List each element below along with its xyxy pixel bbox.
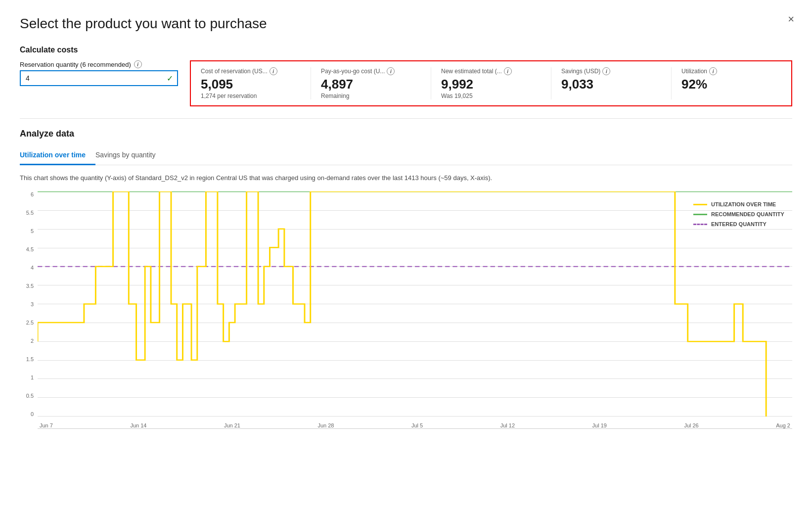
input-label: Reservation quantity (6 recommended) i — [20, 60, 178, 68]
metric-label: Savings (USD) i — [561, 67, 661, 75]
metrics-box: Cost of reservation (US... i 5,095 1,274… — [190, 60, 792, 106]
legend-line-utilization — [693, 204, 707, 205]
x-label: Jul 12 — [500, 422, 515, 428]
metric-item-3: Savings (USD) i 9,033 — [551, 67, 672, 99]
legend: UTILIZATION OVER TIME RECOMMENDED QUANTI… — [693, 201, 792, 227]
divider — [20, 118, 792, 119]
x-label: Jun 21 — [224, 422, 240, 428]
y-label: 0.5 — [26, 393, 34, 399]
metric-value-4: 92% — [681, 77, 781, 92]
quantity-input[interactable] — [20, 70, 178, 86]
input-info-icon[interactable]: i — [134, 60, 142, 68]
y-label: 4 — [31, 265, 34, 271]
metric-value-3: 9,033 — [561, 77, 661, 92]
legend-line-recommended — [693, 214, 707, 215]
metric-label: New estimated total (... i — [441, 67, 541, 75]
y-label: 3 — [31, 301, 34, 307]
metric-label: Cost of reservation (US... i — [201, 67, 301, 75]
y-label: 2.5 — [26, 320, 34, 326]
metric-item-0: Cost of reservation (US... i 5,095 1,274… — [191, 67, 311, 99]
y-label: 1.5 — [26, 356, 34, 362]
page-title: Select the product you want to purchase — [20, 16, 792, 32]
analyze-section: Analyze data Utilization over time Savin… — [20, 129, 792, 429]
metric-info-icon-1[interactable]: i — [387, 67, 395, 75]
chart-container: 6 5.5 5 4.5 4 3.5 3 2.5 2 1.5 1 0.5 0 — [20, 191, 792, 429]
y-label: 2 — [31, 338, 34, 344]
input-wrapper: ✓ — [20, 70, 178, 86]
tabs: Utilization over time Savings by quantit… — [20, 147, 792, 165]
legend-item-entered: ENTERED QUANTITY — [693, 221, 792, 227]
metric-info-icon-4[interactable]: i — [709, 67, 717, 75]
metric-item-2: New estimated total (... i 9,992 Was 19,… — [431, 67, 551, 99]
analyze-title: Analyze data — [20, 129, 792, 139]
legend-label-entered: ENTERED QUANTITY — [711, 221, 767, 227]
x-label: Jul 5 — [411, 422, 423, 428]
y-label: 5 — [31, 228, 34, 234]
legend-line-entered — [693, 224, 707, 225]
chart-svg — [38, 191, 792, 417]
calculate-section: Calculate costs Reservation quantity (6 … — [20, 46, 792, 106]
metric-sub-1: Remaining — [321, 93, 421, 99]
reservation-row: Reservation quantity (6 recommended) i ✓… — [20, 60, 792, 106]
metric-value-0: 5,095 — [201, 77, 301, 92]
y-label: 6 — [31, 191, 34, 197]
y-label: 5.5 — [26, 210, 34, 216]
metric-sub-2: Was 19,025 — [441, 93, 541, 99]
input-group: Reservation quantity (6 recommended) i ✓ — [20, 60, 178, 86]
legend-label-recommended: RECOMMENDED QUANTITY — [711, 211, 784, 217]
tab-utilization[interactable]: Utilization over time — [20, 147, 95, 165]
y-label: 3.5 — [26, 283, 34, 289]
check-icon: ✓ — [167, 74, 173, 83]
calculate-title: Calculate costs — [20, 46, 792, 54]
y-label: 0 — [31, 411, 34, 417]
metric-info-icon-2[interactable]: i — [504, 67, 512, 75]
x-label: Jun 28 — [317, 422, 334, 428]
metric-info-icon-0[interactable]: i — [270, 67, 277, 75]
y-label: 4.5 — [26, 246, 34, 252]
metric-label: Utilization i — [681, 67, 781, 75]
legend-label-utilization: UTILIZATION OVER TIME — [711, 201, 776, 207]
tab-savings[interactable]: Savings by quantity — [95, 147, 165, 165]
chart-description: This chart shows the quantity (Y-axis) o… — [20, 173, 792, 183]
metric-value-1: 4,897 — [321, 77, 421, 92]
x-axis: Jun 7 Jun 14 Jun 21 Jun 28 Jul 5 Jul 12 … — [38, 417, 792, 428]
x-label: Jul 19 — [592, 422, 607, 428]
metric-value-2: 9,992 — [441, 77, 541, 92]
metric-item-1: Pay-as-you-go cost (U... i 4,897 Remaini… — [311, 67, 431, 99]
metric-sub-0: 1,274 per reservation — [201, 93, 301, 99]
x-label: Aug 2 — [776, 422, 790, 428]
metric-info-icon-3[interactable]: i — [602, 67, 610, 75]
y-axis: 6 5.5 5 4.5 4 3.5 3 2.5 2 1.5 1 0.5 0 — [20, 191, 38, 429]
metric-label: Pay-as-you-go cost (U... i — [321, 67, 421, 75]
legend-item-utilization: UTILIZATION OVER TIME — [693, 201, 792, 207]
close-button[interactable]: × — [788, 14, 794, 25]
x-label: Jul 26 — [684, 422, 698, 428]
metric-item-4: Utilization i 92% — [672, 67, 791, 99]
x-label: Jun 14 — [130, 422, 146, 428]
legend-item-recommended: RECOMMENDED QUANTITY — [693, 211, 792, 217]
chart-area: Jun 7 Jun 14 Jun 21 Jun 28 Jul 5 Jul 12 … — [38, 191, 792, 429]
y-label: 1 — [31, 374, 34, 380]
x-label: Jun 7 — [40, 422, 53, 428]
